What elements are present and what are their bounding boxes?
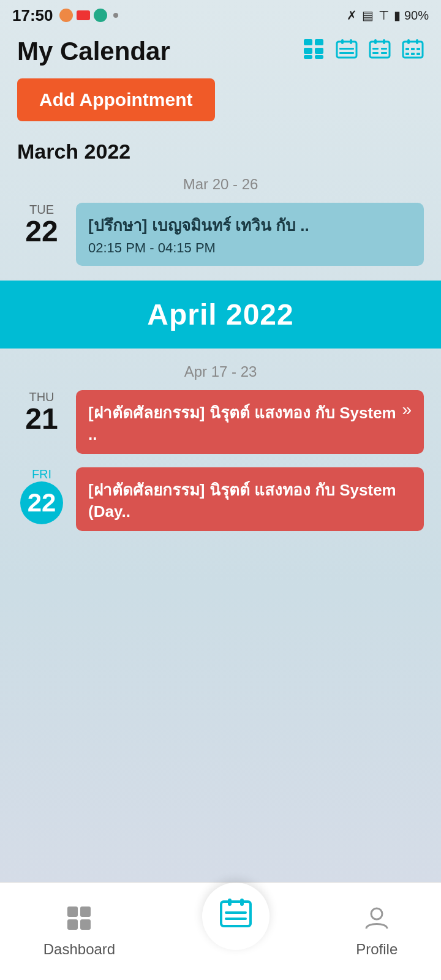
svg-rect-8 [350,39,352,44]
svg-rect-5 [315,55,323,59]
grid-view-icon[interactable] [303,38,325,66]
calendar-icon [220,897,252,936]
wifi-icon: ⊤ [379,8,389,23]
page-title: My Calendar [17,37,292,66]
day-num-22-march: 22 [17,217,66,246]
svg-rect-14 [372,48,379,50]
svg-rect-21 [405,48,409,50]
bottom-nav: Dashboard Profile [0,882,441,980]
vibrate-icon: ▤ [362,8,374,23]
svg-rect-22 [411,48,415,50]
svg-rect-34 [225,911,247,914]
appointment-title-march-22: [ปรึกษา] เบญจมินทร์ เทวิน กับ .. [88,213,412,238]
svg-rect-28 [80,907,91,917]
calendar-fab[interactable] [202,883,270,950]
svg-rect-0 [304,39,312,45]
svg-rect-12 [374,39,377,44]
day-num-22-april: 22 [20,481,63,524]
profile-icon [364,905,390,937]
april-day-22-label: FRI 22 [17,467,66,524]
svg-point-36 [371,908,382,919]
nav-profile[interactable]: Profile [356,905,398,958]
svg-rect-2 [304,48,312,54]
april-banner: April 2022 [0,281,441,349]
status-bar: 17:50 ✗ ▤ ⊤ ▮ 90% [0,0,441,31]
appointment-title-april-21: [ฝาตัดศัลยกรรม] นิรุตต์ แสงทอง กับ Syste… [88,400,412,444]
header: My Calendar [0,31,441,72]
svg-rect-10 [339,52,354,54]
arrow-icon-april-21: » [402,400,412,420]
status-time: 17:50 [12,6,53,25]
svg-rect-35 [225,918,247,920]
bluetooth-icon: ✗ [347,8,357,23]
svg-rect-30 [80,919,91,930]
svg-rect-16 [372,52,379,54]
day-view-icon[interactable] [336,38,358,66]
battery-icon: ▮ 90% [394,8,429,23]
dashboard-label: Dashboard [43,941,115,958]
day-num-21-april: 21 [17,404,66,434]
svg-rect-24 [405,53,409,55]
add-appointment-button[interactable]: Add Appointment [17,78,215,121]
svg-rect-29 [67,919,78,930]
svg-rect-23 [417,48,420,50]
svg-rect-26 [417,53,420,55]
svg-rect-33 [240,899,244,906]
april-banner-text: April 2022 [147,298,293,331]
svg-rect-13 [383,39,385,44]
svg-rect-3 [315,48,323,54]
svg-rect-27 [67,907,78,917]
svg-rect-1 [315,39,323,45]
svg-rect-25 [411,53,415,55]
main-content: My Calendar [0,31,441,651]
svg-rect-17 [381,52,387,54]
month-view-icon[interactable] [402,38,424,66]
march-title: March 2022 [0,134,441,172]
april-day-21-label: THU 21 [17,390,66,434]
status-left-icons [59,9,118,22]
week-view-icon[interactable] [369,38,391,66]
appointment-card-march-22[interactable]: [ปรึกษา] เบญจมินทร์ เทวิน กับ .. 02:15 P… [76,203,424,266]
march-day-22-row: TUE 22 [ปรึกษา] เบญจมินทร์ เทวิน กับ .. … [0,199,441,270]
appointment-title-april-22: [ฝาตัดศัลยกรรม] นิรุตต์ แสงทอง กับ Syste… [88,477,412,521]
svg-rect-20 [416,39,418,44]
svg-rect-15 [381,48,387,50]
svg-rect-19 [407,39,410,44]
profile-label: Profile [356,941,398,958]
header-icons [303,38,424,66]
svg-rect-32 [228,899,232,906]
appointment-card-april-21[interactable]: » [ฝาตัดศัลยกรรม] นิรุตต์ แสงทอง กับ Sys… [76,390,424,454]
dashboard-icon [66,905,92,937]
appointment-time-march-22: 02:15 PM - 04:15 PM [88,240,412,256]
march-week-range: Mar 20 - 26 [0,172,441,199]
svg-rect-11 [370,42,390,58]
april-day-21-row: THU 21 » [ฝาตัดศัลยกรรม] นิรุตต์ แสงทอง … [0,386,441,458]
svg-rect-9 [339,48,354,50]
svg-rect-7 [341,39,344,44]
april-section: Apr 17 - 23 THU 21 » [ฝาตัดศัลยกรรม] นิร… [0,360,441,535]
april-week-range: Apr 17 - 23 [0,360,441,386]
appointment-card-april-22[interactable]: [ฝาตัดศัลยกรรม] นิรุตต์ แสงทอง กับ Syste… [76,467,424,531]
status-icons: ✗ ▤ ⊤ ▮ 90% [347,8,429,23]
march-section: March 2022 Mar 20 - 26 TUE 22 [ปรึกษา] เ… [0,134,441,270]
nav-dashboard[interactable]: Dashboard [43,905,115,958]
april-day-22-row: FRI 22 [ฝาตัดศัลยกรรม] นิรุตต์ แสงทอง กั… [0,464,441,535]
march-day-22-label: TUE 22 [17,203,66,246]
svg-rect-4 [304,55,312,59]
day-name-fri: FRI [17,467,66,481]
nav-calendar[interactable] [202,913,270,950]
